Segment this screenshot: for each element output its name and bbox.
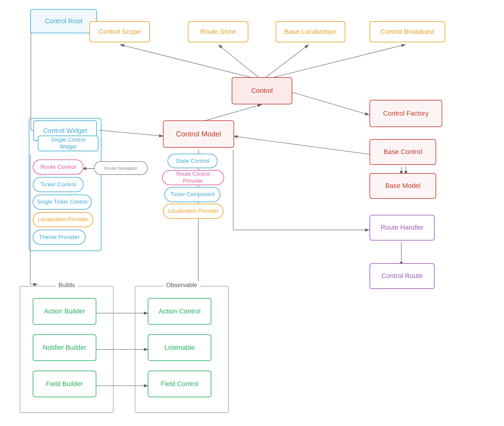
control-route-node: Control Route [370,263,435,289]
control-factory-node: Control Factory [370,100,442,127]
svg-line-7 [292,92,370,115]
route-control-left-node: Route Control [33,159,84,175]
control-scope-node: Control Scope [89,21,150,42]
svg-line-4 [262,44,309,80]
diagram: Builds Observable Control Root Control S… [0,0,504,426]
svg-line-9 [198,104,262,123]
base-model-node: Base Model [370,173,436,199]
svg-line-2 [120,44,262,80]
ticker-control-node: Ticker Control [33,177,84,192]
single-ticker-control-node: Single Ticker Control [33,195,92,210]
control-node: Control [232,77,292,104]
observable-label: Observable [163,282,200,289]
localization-provider-right-node: Localization Provider [163,204,224,219]
action-control-node: Action Control [148,298,211,325]
route-control-provider-node: Route Control Provider [162,170,224,185]
svg-line-3 [218,44,262,80]
theme-provider-node: Theme Provider [33,230,86,245]
field-control-node: Field Control [148,371,211,397]
route-store-node: Route Store [188,21,248,42]
ticker-component-node: Ticker Component [164,187,220,202]
svg-line-8 [233,136,370,154]
localization-provider-left-node: Localization Provider [33,212,93,227]
svg-line-6 [98,130,164,136]
control-broadcast-node: Control Broadcast [370,21,445,42]
listenable-node: Listenable [148,334,211,361]
route-handler-node: Route Handler [370,215,435,241]
base-localization-node: Base Localization [276,21,345,42]
state-control-node: State Control [167,154,217,168]
base-control-node: Base Control [370,139,436,165]
control-root-node: Control Root [30,9,97,33]
builds-label: Builds [55,282,78,289]
action-builder-node: Action Builder [33,298,96,325]
control-model-node: Control Model [163,120,234,148]
single-control-widget-node: Single Control Widget [38,136,98,151]
field-builder-node: Field Builder [33,371,96,397]
notifier-builder-node: Notifier Builder [33,334,96,361]
route-navigator-node: Route Navigator [94,161,148,175]
svg-line-5 [262,44,406,80]
